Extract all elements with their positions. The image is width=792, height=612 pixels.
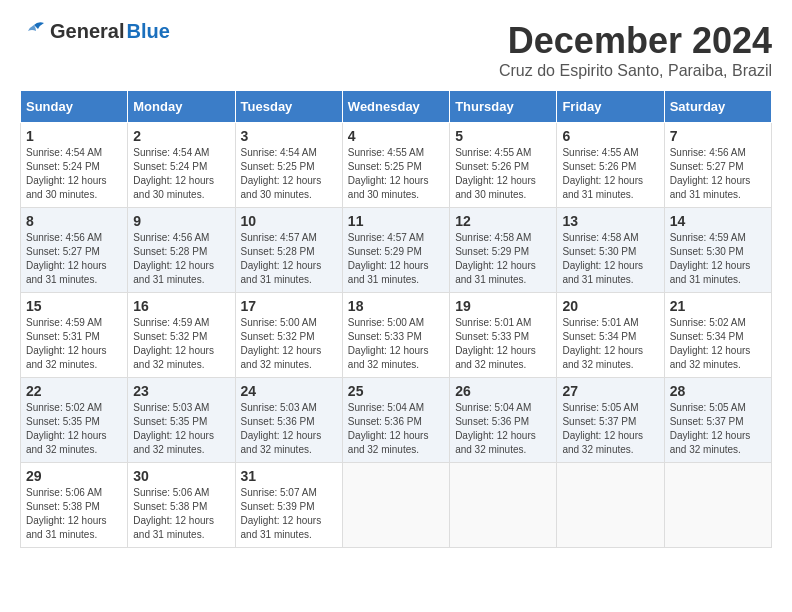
calendar-day-cell — [664, 463, 771, 548]
calendar-day-cell: 24Sunrise: 5:03 AMSunset: 5:36 PMDayligh… — [235, 378, 342, 463]
calendar-day-cell: 3Sunrise: 4:54 AMSunset: 5:25 PMDaylight… — [235, 123, 342, 208]
day-number: 19 — [455, 298, 551, 314]
calendar-day-cell: 16Sunrise: 4:59 AMSunset: 5:32 PMDayligh… — [128, 293, 235, 378]
day-number: 4 — [348, 128, 444, 144]
day-number: 22 — [26, 383, 122, 399]
day-number: 14 — [670, 213, 766, 229]
calendar-day-cell: 20Sunrise: 5:01 AMSunset: 5:34 PMDayligh… — [557, 293, 664, 378]
day-number: 17 — [241, 298, 337, 314]
day-info: Sunrise: 5:02 AMSunset: 5:35 PMDaylight:… — [26, 401, 122, 457]
page-header: General Blue December 2024 Cruz do Espir… — [20, 20, 772, 80]
day-info: Sunrise: 4:58 AMSunset: 5:30 PMDaylight:… — [562, 231, 658, 287]
day-number: 1 — [26, 128, 122, 144]
title-section: December 2024 Cruz do Espirito Santo, Pa… — [499, 20, 772, 80]
day-info: Sunrise: 4:59 AMSunset: 5:30 PMDaylight:… — [670, 231, 766, 287]
day-number: 28 — [670, 383, 766, 399]
calendar-day-cell: 25Sunrise: 5:04 AMSunset: 5:36 PMDayligh… — [342, 378, 449, 463]
logo-bird-icon — [20, 21, 48, 43]
calendar-day-cell: 1Sunrise: 4:54 AMSunset: 5:24 PMDaylight… — [21, 123, 128, 208]
day-info: Sunrise: 4:59 AMSunset: 5:31 PMDaylight:… — [26, 316, 122, 372]
calendar-day-cell: 6Sunrise: 4:55 AMSunset: 5:26 PMDaylight… — [557, 123, 664, 208]
day-info: Sunrise: 5:02 AMSunset: 5:34 PMDaylight:… — [670, 316, 766, 372]
calendar-day-cell: 21Sunrise: 5:02 AMSunset: 5:34 PMDayligh… — [664, 293, 771, 378]
day-info: Sunrise: 4:56 AMSunset: 5:28 PMDaylight:… — [133, 231, 229, 287]
calendar-day-cell: 26Sunrise: 5:04 AMSunset: 5:36 PMDayligh… — [450, 378, 557, 463]
day-number: 18 — [348, 298, 444, 314]
calendar-day-cell: 12Sunrise: 4:58 AMSunset: 5:29 PMDayligh… — [450, 208, 557, 293]
day-info: Sunrise: 4:57 AMSunset: 5:28 PMDaylight:… — [241, 231, 337, 287]
day-number: 7 — [670, 128, 766, 144]
calendar-table: SundayMondayTuesdayWednesdayThursdayFrid… — [20, 90, 772, 548]
calendar-week-row: 29Sunrise: 5:06 AMSunset: 5:38 PMDayligh… — [21, 463, 772, 548]
weekday-header-cell: Sunday — [21, 91, 128, 123]
day-info: Sunrise: 4:57 AMSunset: 5:29 PMDaylight:… — [348, 231, 444, 287]
day-info: Sunrise: 4:55 AMSunset: 5:26 PMDaylight:… — [562, 146, 658, 202]
day-info: Sunrise: 4:56 AMSunset: 5:27 PMDaylight:… — [26, 231, 122, 287]
day-info: Sunrise: 4:54 AMSunset: 5:24 PMDaylight:… — [133, 146, 229, 202]
day-info: Sunrise: 5:03 AMSunset: 5:35 PMDaylight:… — [133, 401, 229, 457]
calendar-week-row: 15Sunrise: 4:59 AMSunset: 5:31 PMDayligh… — [21, 293, 772, 378]
calendar-day-cell: 17Sunrise: 5:00 AMSunset: 5:32 PMDayligh… — [235, 293, 342, 378]
day-info: Sunrise: 4:56 AMSunset: 5:27 PMDaylight:… — [670, 146, 766, 202]
day-info: Sunrise: 5:01 AMSunset: 5:33 PMDaylight:… — [455, 316, 551, 372]
calendar-day-cell: 22Sunrise: 5:02 AMSunset: 5:35 PMDayligh… — [21, 378, 128, 463]
day-number: 21 — [670, 298, 766, 314]
logo-blue-text: Blue — [126, 20, 169, 43]
day-number: 8 — [26, 213, 122, 229]
calendar-day-cell: 19Sunrise: 5:01 AMSunset: 5:33 PMDayligh… — [450, 293, 557, 378]
day-number: 20 — [562, 298, 658, 314]
day-info: Sunrise: 4:59 AMSunset: 5:32 PMDaylight:… — [133, 316, 229, 372]
day-number: 15 — [26, 298, 122, 314]
calendar-day-cell: 10Sunrise: 4:57 AMSunset: 5:28 PMDayligh… — [235, 208, 342, 293]
day-info: Sunrise: 5:07 AMSunset: 5:39 PMDaylight:… — [241, 486, 337, 542]
calendar-day-cell — [450, 463, 557, 548]
calendar-day-cell: 18Sunrise: 5:00 AMSunset: 5:33 PMDayligh… — [342, 293, 449, 378]
calendar-body: 1Sunrise: 4:54 AMSunset: 5:24 PMDaylight… — [21, 123, 772, 548]
calendar-day-cell: 31Sunrise: 5:07 AMSunset: 5:39 PMDayligh… — [235, 463, 342, 548]
location-title: Cruz do Espirito Santo, Paraiba, Brazil — [499, 62, 772, 80]
calendar-week-row: 1Sunrise: 4:54 AMSunset: 5:24 PMDaylight… — [21, 123, 772, 208]
calendar-day-cell: 28Sunrise: 5:05 AMSunset: 5:37 PMDayligh… — [664, 378, 771, 463]
day-number: 30 — [133, 468, 229, 484]
day-number: 29 — [26, 468, 122, 484]
calendar-week-row: 22Sunrise: 5:02 AMSunset: 5:35 PMDayligh… — [21, 378, 772, 463]
day-info: Sunrise: 5:06 AMSunset: 5:38 PMDaylight:… — [26, 486, 122, 542]
day-number: 26 — [455, 383, 551, 399]
day-number: 23 — [133, 383, 229, 399]
day-info: Sunrise: 4:54 AMSunset: 5:24 PMDaylight:… — [26, 146, 122, 202]
month-title: December 2024 — [499, 20, 772, 62]
calendar-day-cell: 29Sunrise: 5:06 AMSunset: 5:38 PMDayligh… — [21, 463, 128, 548]
day-info: Sunrise: 5:05 AMSunset: 5:37 PMDaylight:… — [562, 401, 658, 457]
calendar-day-cell: 9Sunrise: 4:56 AMSunset: 5:28 PMDaylight… — [128, 208, 235, 293]
weekday-header-cell: Saturday — [664, 91, 771, 123]
day-number: 3 — [241, 128, 337, 144]
weekday-header-cell: Monday — [128, 91, 235, 123]
weekday-header-cell: Tuesday — [235, 91, 342, 123]
day-number: 2 — [133, 128, 229, 144]
day-info: Sunrise: 5:05 AMSunset: 5:37 PMDaylight:… — [670, 401, 766, 457]
day-info: Sunrise: 5:04 AMSunset: 5:36 PMDaylight:… — [455, 401, 551, 457]
day-info: Sunrise: 5:04 AMSunset: 5:36 PMDaylight:… — [348, 401, 444, 457]
day-number: 24 — [241, 383, 337, 399]
calendar-day-cell: 14Sunrise: 4:59 AMSunset: 5:30 PMDayligh… — [664, 208, 771, 293]
day-info: Sunrise: 5:01 AMSunset: 5:34 PMDaylight:… — [562, 316, 658, 372]
day-number: 12 — [455, 213, 551, 229]
weekday-header-cell: Wednesday — [342, 91, 449, 123]
calendar-day-cell: 15Sunrise: 4:59 AMSunset: 5:31 PMDayligh… — [21, 293, 128, 378]
day-info: Sunrise: 4:55 AMSunset: 5:25 PMDaylight:… — [348, 146, 444, 202]
calendar-day-cell: 2Sunrise: 4:54 AMSunset: 5:24 PMDaylight… — [128, 123, 235, 208]
weekday-header-row: SundayMondayTuesdayWednesdayThursdayFrid… — [21, 91, 772, 123]
calendar-week-row: 8Sunrise: 4:56 AMSunset: 5:27 PMDaylight… — [21, 208, 772, 293]
weekday-header-cell: Thursday — [450, 91, 557, 123]
day-number: 16 — [133, 298, 229, 314]
day-info: Sunrise: 5:00 AMSunset: 5:33 PMDaylight:… — [348, 316, 444, 372]
calendar-day-cell: 11Sunrise: 4:57 AMSunset: 5:29 PMDayligh… — [342, 208, 449, 293]
day-info: Sunrise: 5:03 AMSunset: 5:36 PMDaylight:… — [241, 401, 337, 457]
day-number: 9 — [133, 213, 229, 229]
day-number: 27 — [562, 383, 658, 399]
calendar-day-cell: 8Sunrise: 4:56 AMSunset: 5:27 PMDaylight… — [21, 208, 128, 293]
day-number: 6 — [562, 128, 658, 144]
day-info: Sunrise: 5:00 AMSunset: 5:32 PMDaylight:… — [241, 316, 337, 372]
weekday-header-cell: Friday — [557, 91, 664, 123]
day-number: 10 — [241, 213, 337, 229]
